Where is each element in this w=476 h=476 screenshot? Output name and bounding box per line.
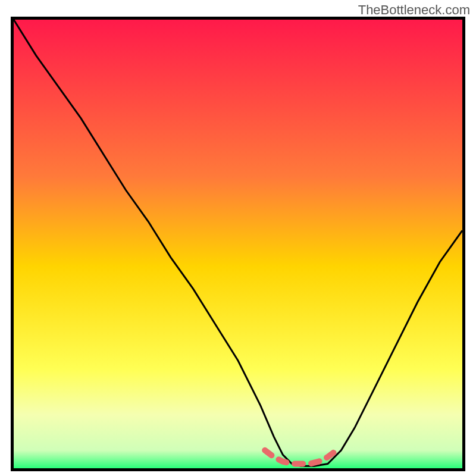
gradient-background bbox=[14, 20, 462, 468]
plot-area bbox=[14, 20, 462, 468]
watermark-text: TheBottleneck.com bbox=[358, 2, 470, 18]
chart-svg bbox=[14, 20, 462, 468]
chart-frame bbox=[11, 17, 465, 471]
chart-container: TheBottleneck.com bbox=[0, 0, 476, 476]
